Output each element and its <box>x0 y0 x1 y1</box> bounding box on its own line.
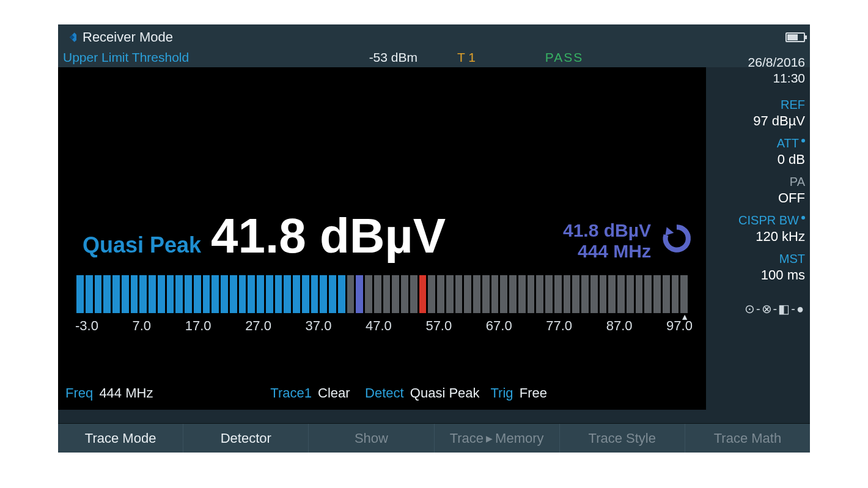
bargraph-segment <box>428 275 435 313</box>
logo-icon <box>63 31 76 44</box>
trace-mode-value: Clear <box>318 385 350 401</box>
bargraph-segment <box>293 275 300 313</box>
softkey-trace-to-memory[interactable]: Trace ▶ Memory <box>435 424 560 453</box>
bargraph-segment <box>572 275 579 313</box>
battery-icon <box>785 32 805 42</box>
scale-tick: 47.0 <box>366 318 392 334</box>
bargraph-segment <box>275 275 282 313</box>
bargraph-segment <box>221 275 228 313</box>
bargraph-segment <box>356 275 363 313</box>
bargraph-segment <box>365 275 372 313</box>
bargraph-segment <box>680 275 688 313</box>
cispr-bw-value: 120 kHz <box>707 229 805 245</box>
softkey-show[interactable]: Show <box>309 424 434 453</box>
detect-value: Quasi Peak <box>410 385 480 401</box>
scale-tick: 57.0 <box>425 318 452 334</box>
bargraph-segment <box>266 275 273 313</box>
softkey-trace-to-memory-a: Trace <box>450 431 484 446</box>
bargraph-segment <box>636 275 643 313</box>
detector-label: Quasi Peak <box>83 232 201 258</box>
softkey-trace-style[interactable]: Trace Style <box>560 424 685 453</box>
bargraph-segment <box>590 275 598 313</box>
softkey-detector[interactable]: Detector <box>183 424 309 453</box>
date: 26/8/2016 <box>707 55 805 70</box>
softkey-bar: Trace Mode Detector Show Trace ▶ Memory … <box>58 423 810 453</box>
bargraph-segment <box>500 275 507 313</box>
mst-value: 100 ms <box>707 267 805 283</box>
bargraph-segment <box>211 275 219 313</box>
bargraph-segment <box>131 275 138 313</box>
scale-tick: 67.0 <box>486 318 512 334</box>
ref-label[interactable]: REF <box>707 98 805 112</box>
triangle-right-icon: ▶ <box>486 434 493 443</box>
bargraph-segment <box>392 275 399 313</box>
bargraph-segment <box>230 275 237 313</box>
bargraph-segment <box>554 275 562 313</box>
bargraph-segment <box>564 275 571 313</box>
bargraph-segment <box>175 275 183 313</box>
title-bar: Receiver Mode <box>58 24 810 48</box>
scale-tick: 77.0 <box>546 318 572 334</box>
bargraph-segment <box>663 275 670 313</box>
pass-fail-status: PASS <box>515 50 613 65</box>
bargraph-segment <box>672 275 679 313</box>
pa-label[interactable]: PA <box>707 175 805 189</box>
bargraph-segment <box>86 275 93 313</box>
bargraph-segment <box>76 275 84 313</box>
scale-tick: 17.0 <box>185 318 211 334</box>
max-hold-freq: 444 MHz <box>563 241 651 262</box>
bargraph-segment <box>167 275 174 313</box>
bargraph-segment <box>455 275 463 313</box>
reset-maxhold-icon[interactable] <box>660 221 694 256</box>
bargraph-segment <box>103 275 111 313</box>
bargraph-segment <box>112 275 120 313</box>
bargraph-segment <box>383 275 391 313</box>
freq-label: Freq <box>65 385 93 401</box>
bargraph-segment <box>410 275 417 313</box>
bargraph-segment <box>401 275 408 313</box>
att-label[interactable]: ATT <box>707 136 805 150</box>
measurement-area: Quasi Peak 41.8 dBµV 41.8 dBµV 444 MHz ▲… <box>58 67 706 410</box>
scale-tick: 97.0 <box>666 318 693 334</box>
bargraph-segment <box>617 275 625 313</box>
bargraph-segment <box>627 275 634 313</box>
pa-value: OFF <box>707 190 805 206</box>
trace-indicator: T 1 <box>417 50 515 65</box>
cispr-bw-label[interactable]: CISPR BW <box>707 213 805 227</box>
scale-tick: -3.0 <box>75 318 98 334</box>
mst-label[interactable]: MST <box>707 252 805 266</box>
status-bar: Upper Limit Threshold -53 dBm T 1 PASS <box>58 48 810 67</box>
softkey-trace-mode[interactable]: Trace Mode <box>58 424 183 453</box>
bargraph-segment <box>374 275 381 313</box>
bargraph-segment <box>581 275 589 313</box>
level-reading: 41.8 dBµV <box>211 208 446 264</box>
trig-label: Trig <box>490 385 513 401</box>
bargraph-scale: -3.07.017.027.037.047.057.067.077.087.09… <box>75 318 693 334</box>
bargraph-segment <box>302 275 309 313</box>
bargraph-segment <box>528 275 535 313</box>
time: 11:30 <box>707 71 805 86</box>
bargraph-segment <box>248 275 255 313</box>
max-hold-level: 41.8 dBµV <box>563 220 651 241</box>
level-bargraph <box>76 275 688 313</box>
info-bar: Freq 444 MHz Trace1 Clear Detect Quasi P… <box>65 385 699 401</box>
bargraph-segment <box>95 275 102 313</box>
bargraph-segment <box>509 275 517 313</box>
bargraph-segment <box>473 275 480 313</box>
bargraph-segment <box>194 275 201 313</box>
scale-tick: 7.0 <box>133 318 152 334</box>
scale-tick: 27.0 <box>245 318 271 334</box>
mode-title: Receiver Mode <box>83 29 173 45</box>
bargraph-segment <box>158 275 165 313</box>
bargraph-segment <box>284 275 291 313</box>
softkey-trace-to-memory-b: Memory <box>495 431 543 446</box>
bargraph-segment <box>239 275 246 313</box>
bargraph-segment <box>139 275 147 313</box>
bargraph-segment <box>257 275 264 313</box>
trig-value: Free <box>520 385 547 401</box>
bargraph-segment <box>437 275 444 313</box>
softkey-trace-math[interactable]: Trace Math <box>685 424 810 453</box>
freq-value: 444 MHz <box>99 385 153 401</box>
signal-path-icon: ⊙-⊗-◧-● <box>707 301 805 316</box>
bargraph-segment <box>347 275 355 313</box>
